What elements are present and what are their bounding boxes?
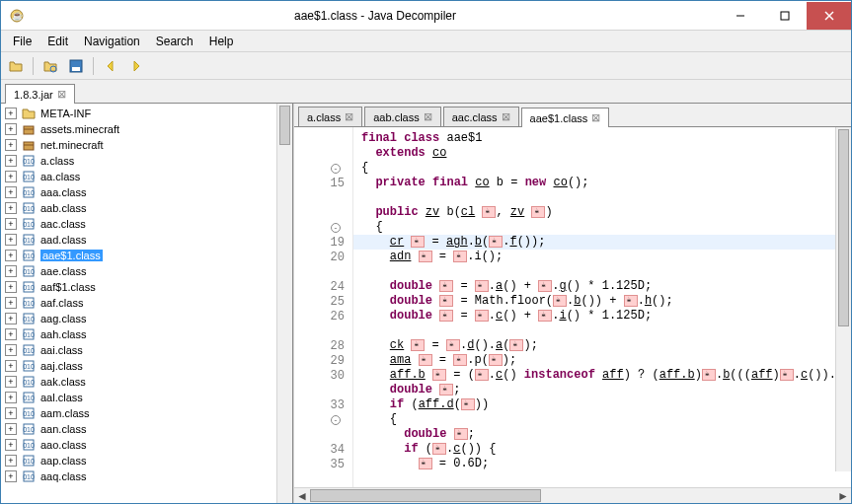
scrollbar-thumb[interactable] <box>310 489 541 502</box>
expand-icon[interactable]: + <box>5 313 17 324</box>
close-icon[interactable]: ⊠ <box>424 110 432 123</box>
expand-icon[interactable]: + <box>5 392 17 403</box>
scrollbar-thumb[interactable] <box>838 129 849 326</box>
expand-icon[interactable]: + <box>5 108 17 119</box>
tree-item[interactable]: +010aad.class <box>3 232 290 248</box>
expand-icon[interactable]: + <box>5 376 17 388</box>
code-area[interactable]: final class aae$1 extends co{ private fi… <box>353 127 851 487</box>
close-icon[interactable]: ⊠ <box>591 111 600 124</box>
tree-item[interactable]: +assets.minecraft <box>3 121 290 137</box>
menu-edit[interactable]: Edit <box>39 33 76 50</box>
tree-item[interactable]: +010aah.class <box>3 326 290 342</box>
expand-icon[interactable]: + <box>5 455 17 467</box>
code-line[interactable]: if (aff.d()) <box>361 397 843 412</box>
editor-tab[interactable]: aac.class⊠ <box>443 107 519 126</box>
tree-item[interactable]: +010aaf.class <box>3 295 290 311</box>
tree-item[interactable]: +010aag.class <box>3 311 290 326</box>
tree-item[interactable]: +010aaf$1.class <box>3 279 290 295</box>
tree-item[interactable]: +net.minecraft <box>3 137 290 153</box>
close-icon[interactable]: ⊠ <box>57 88 66 101</box>
scroll-right-arrow[interactable]: ► <box>835 488 851 503</box>
code-line[interactable]: double = Math.floor(.b()) + .h(); <box>361 294 843 309</box>
code-line[interactable]: ck = .d().a(); <box>361 338 843 353</box>
tree-item[interactable]: +010aai.class <box>3 342 290 358</box>
editor-horizontal-scrollbar[interactable]: ◄ ► <box>294 487 851 503</box>
code-line[interactable]: cr = agh.b(.f()); <box>353 235 843 250</box>
expand-icon[interactable]: + <box>5 423 17 435</box>
code-line[interactable] <box>361 324 843 338</box>
expand-icon[interactable]: + <box>5 186 17 198</box>
expand-icon[interactable]: + <box>5 297 17 309</box>
code-line[interactable]: = 0.6D; <box>361 457 843 471</box>
jar-tab[interactable]: 1.8.3.jar ⊠ <box>5 84 75 104</box>
code-line[interactable]: { <box>361 161 843 176</box>
tree-item[interactable]: +010aac.class <box>3 216 290 232</box>
tree-item[interactable]: +010aa.class <box>3 169 290 184</box>
code-line[interactable]: private final co b = new co(); <box>361 176 843 190</box>
fold-icon[interactable]: - <box>331 164 341 174</box>
code-line[interactable]: double ; <box>361 383 843 397</box>
editor-tab[interactable]: a.class⊠ <box>298 107 362 126</box>
tree-item[interactable]: +010a.class <box>3 153 290 169</box>
fold-icon[interactable]: - <box>331 415 341 425</box>
code-line[interactable]: double ; <box>361 427 843 442</box>
editor-tab[interactable]: aae$1.class⊠ <box>521 108 610 127</box>
expand-icon[interactable]: + <box>5 407 17 419</box>
expand-icon[interactable]: + <box>5 328 17 340</box>
code-line[interactable]: { <box>361 412 843 427</box>
expand-icon[interactable]: + <box>5 470 17 482</box>
code-line[interactable]: adn = .i(); <box>361 250 843 264</box>
tree-vertical-scrollbar[interactable] <box>276 104 292 503</box>
tree-item[interactable]: +010aaq.class <box>3 468 290 484</box>
save-button[interactable] <box>65 55 87 77</box>
code-line[interactable]: double = .a() + .g() * 1.125D; <box>361 279 843 294</box>
tree-item[interactable]: +010aap.class <box>3 453 290 468</box>
expand-icon[interactable]: + <box>5 360 17 372</box>
code-line[interactable]: extends co <box>361 146 843 161</box>
expand-icon[interactable]: + <box>5 139 17 151</box>
tree-item[interactable]: +010aak.class <box>3 374 290 390</box>
forward-button[interactable] <box>125 55 147 77</box>
tree-item[interactable]: +010aal.class <box>3 390 290 405</box>
back-button[interactable] <box>100 55 121 77</box>
expand-icon[interactable]: + <box>5 250 17 261</box>
tree-item[interactable]: +010aaj.class <box>3 358 290 374</box>
tree-item[interactable]: +META-INF <box>3 106 290 121</box>
code-line[interactable]: ama = .p(); <box>361 353 843 368</box>
expand-icon[interactable]: + <box>5 218 17 230</box>
tree-item[interactable]: +010aae.class <box>3 263 290 279</box>
expand-icon[interactable]: + <box>5 234 17 246</box>
tree-item[interactable]: +010aaa.class <box>3 184 290 200</box>
expand-icon[interactable]: + <box>5 155 17 167</box>
code-line[interactable]: { <box>361 220 843 235</box>
code-line[interactable]: double = .c() + .i() * 1.125D; <box>361 309 843 324</box>
expand-icon[interactable]: + <box>5 123 17 135</box>
expand-icon[interactable]: + <box>5 344 17 356</box>
tree-item[interactable]: +010aan.class <box>3 421 290 437</box>
menu-help[interactable]: Help <box>201 33 242 50</box>
code-line[interactable]: final class aae$1 <box>361 131 843 146</box>
expand-icon[interactable]: + <box>5 171 17 182</box>
expand-icon[interactable]: + <box>5 202 17 214</box>
tree-item[interactable]: +010aao.class <box>3 437 290 453</box>
menu-search[interactable]: Search <box>148 33 201 50</box>
open-file-button[interactable] <box>5 55 27 77</box>
expand-icon[interactable]: + <box>5 265 17 277</box>
expand-icon[interactable]: + <box>5 439 17 451</box>
open-type-button[interactable] <box>39 55 61 77</box>
tree-item[interactable]: +010aae$1.class <box>3 248 290 263</box>
fold-icon[interactable]: - <box>331 223 341 233</box>
menu-navigation[interactable]: Navigation <box>76 33 148 50</box>
close-button[interactable] <box>807 2 851 30</box>
code-line[interactable] <box>361 190 843 205</box>
close-icon[interactable]: ⊠ <box>345 110 353 123</box>
code-line[interactable]: public zv b(cl , zv ) <box>361 205 843 220</box>
code-line[interactable]: aff.b = (.c() instanceof aff) ? (aff.b).… <box>361 368 843 383</box>
menu-file[interactable]: File <box>5 33 39 50</box>
scrollbar-thumb[interactable] <box>279 106 290 145</box>
minimize-button[interactable] <box>718 2 762 30</box>
editor-vertical-scrollbar[interactable] <box>835 127 851 471</box>
code-line[interactable]: if (.c()) { <box>361 442 843 457</box>
tree-item[interactable]: +010aam.class <box>3 405 290 421</box>
close-icon[interactable]: ⊠ <box>502 110 510 123</box>
